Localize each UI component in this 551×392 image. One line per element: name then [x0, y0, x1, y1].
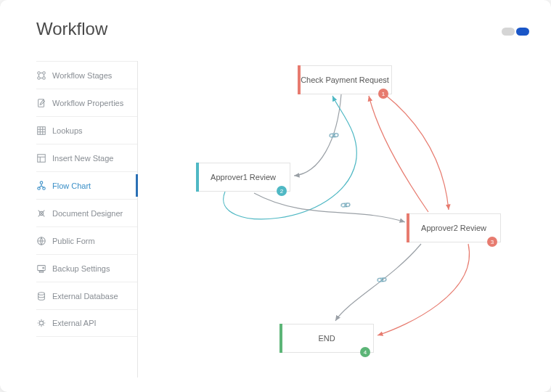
sidebar-item-label: Public Form	[52, 237, 95, 245]
globe-icon	[36, 236, 46, 246]
svg-point-15	[38, 292, 45, 295]
sidebar-item-lookups[interactable]: Lookups	[36, 116, 137, 144]
sidebar-item-workflow-properties[interactable]: Workflow Properties	[36, 89, 137, 116]
node-color-bar	[279, 324, 282, 353]
sidebar-item-label: Backup Settings	[52, 264, 110, 273]
sidebar-item-external-api[interactable]: External API	[36, 309, 137, 337]
db-icon	[36, 291, 46, 301]
sidebar-item-label: External Database	[52, 292, 118, 301]
svg-rect-6	[38, 154, 46, 162]
stages-icon	[36, 70, 46, 81]
edge-2-1[interactable]	[224, 96, 357, 219]
sidebar-item-label: External API	[52, 319, 97, 327]
node-badge: 2	[277, 186, 287, 196]
node-approver2[interactable]: Approver2 Review 3	[407, 213, 501, 242]
sidebar-item-label: Workflow Stages	[52, 71, 112, 80]
svg-point-3	[43, 76, 46, 79]
sidebar-item-label: Workflow Properties	[52, 99, 123, 107]
flowchart-canvas[interactable]: 🔗 🔗 🔗 🔗 Check Payment Request 1 Approver…	[138, 61, 536, 377]
node-color-bar	[196, 163, 199, 192]
svg-rect-13	[39, 271, 43, 272]
edge-3-4-red[interactable]	[377, 244, 470, 335]
sidebar-item-workflow-stages[interactable]: Workflow Stages	[36, 61, 137, 89]
node-badge: 3	[487, 237, 497, 247]
insert-icon	[36, 153, 46, 163]
node-label: Check Payment Request	[301, 75, 389, 84]
sidebar-item-label: Flow Chart	[52, 181, 91, 190]
svg-point-16	[39, 321, 43, 324]
sidebar-item-label: Document Designer	[52, 209, 123, 218]
body: Workflow Stages Workflow Properties Look…	[36, 61, 536, 377]
props-icon	[36, 98, 46, 108]
workflow-card: Workflow Workflow Stages Workflow Proper…	[0, 0, 551, 392]
node-check-payment[interactable]: Check Payment Request 1	[298, 65, 392, 94]
svg-point-7	[40, 181, 43, 184]
svg-rect-5	[38, 126, 46, 134]
sidebar-item-document-designer[interactable]: Document Designer	[36, 199, 137, 226]
sidebar-item-label: Insert New Stage	[52, 154, 113, 163]
node-label: Approver2 Review	[421, 224, 486, 232]
svg-point-2	[38, 76, 41, 79]
design-icon	[36, 208, 46, 219]
node-badge-num: 3	[491, 239, 494, 245]
node-approver1[interactable]: Approver1 Review 2	[196, 163, 290, 192]
view-toggle[interactable]	[502, 28, 529, 36]
node-badge-num: 4	[364, 349, 367, 356]
node-badge-num: 2	[280, 188, 283, 195]
edge-3-1[interactable]	[369, 96, 428, 212]
sidebar: Workflow Stages Workflow Properties Look…	[36, 61, 138, 377]
page-title: Workflow	[0, 0, 551, 42]
sidebar-item-label: Lookups	[52, 126, 83, 135]
node-badge: 4	[360, 347, 370, 357]
api-icon	[36, 318, 46, 328]
sidebar-item-backup-settings[interactable]: Backup Settings	[36, 254, 137, 282]
sidebar-item-flow-chart[interactable]: Flow Chart	[36, 171, 137, 199]
sidebar-item-insert-new-stage[interactable]: Insert New Stage	[36, 144, 137, 171]
grid-icon	[36, 126, 46, 136]
flowchart-icon	[36, 181, 46, 191]
node-label: END	[318, 334, 335, 343]
svg-point-0	[38, 71, 41, 74]
node-badge-num: 1	[382, 91, 385, 97]
node-end[interactable]: END 4	[279, 324, 374, 353]
edge-1-3[interactable]	[385, 94, 449, 210]
node-badge: 1	[378, 89, 388, 99]
toggle-off[interactable]	[502, 28, 515, 36]
node-color-bar	[407, 213, 409, 242]
svg-point-14	[43, 267, 44, 269]
sidebar-item-external-database[interactable]: External Database	[36, 282, 137, 309]
sidebar-item-public-form[interactable]: Public Form	[36, 226, 137, 254]
svg-point-1	[43, 71, 46, 74]
node-color-bar	[298, 65, 301, 94]
backup-icon	[36, 264, 46, 274]
toggle-on[interactable]	[516, 28, 529, 36]
node-label: Approver1 Review	[211, 173, 276, 181]
